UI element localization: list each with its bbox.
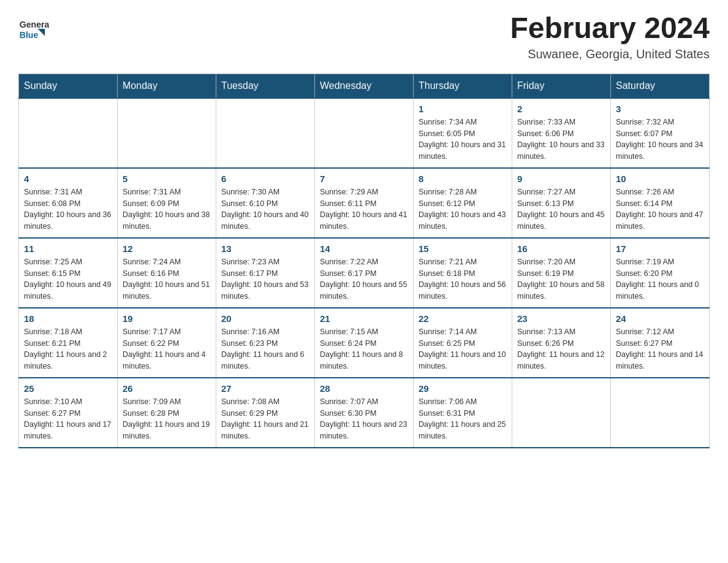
day-info: Sunrise: 7:18 AM Sunset: 6:21 PM Dayligh… [24, 326, 112, 372]
logo: General Blue [18, 12, 49, 43]
day-info: Sunrise: 7:15 AM Sunset: 6:24 PM Dayligh… [320, 326, 408, 372]
logo-icon: General Blue [18, 12, 49, 43]
day-number: 12 [123, 243, 211, 254]
calendar-day-cell: 18Sunrise: 7:18 AM Sunset: 6:21 PM Dayli… [19, 308, 118, 378]
calendar-day-cell: 6Sunrise: 7:30 AM Sunset: 6:10 PM Daylig… [216, 168, 315, 238]
calendar-table: SundayMondayTuesdayWednesdayThursdayFrid… [18, 74, 710, 448]
day-info: Sunrise: 7:28 AM Sunset: 6:12 PM Dayligh… [419, 186, 507, 232]
calendar-day-cell [315, 98, 414, 168]
day-info: Sunrise: 7:14 AM Sunset: 6:25 PM Dayligh… [419, 326, 507, 372]
calendar-day-cell: 10Sunrise: 7:26 AM Sunset: 6:14 PM Dayli… [611, 168, 710, 238]
day-number: 25 [24, 383, 112, 394]
day-info: Sunrise: 7:23 AM Sunset: 6:17 PM Dayligh… [221, 256, 309, 302]
day-of-week-header: Friday [512, 74, 611, 98]
calendar-day-cell: 8Sunrise: 7:28 AM Sunset: 6:12 PM Daylig… [414, 168, 512, 238]
day-of-week-header: Thursday [414, 74, 512, 98]
calendar-day-cell: 20Sunrise: 7:16 AM Sunset: 6:23 PM Dayli… [216, 308, 315, 378]
calendar-day-cell: 24Sunrise: 7:12 AM Sunset: 6:27 PM Dayli… [611, 308, 710, 378]
day-number: 6 [221, 174, 309, 184]
day-number: 14 [320, 243, 408, 254]
day-info: Sunrise: 7:09 AM Sunset: 6:28 PM Dayligh… [123, 396, 211, 442]
calendar-day-cell [611, 378, 710, 448]
day-of-week-header: Tuesday [216, 74, 315, 98]
calendar-day-cell: 23Sunrise: 7:13 AM Sunset: 6:26 PM Dayli… [512, 308, 611, 378]
day-number: 3 [616, 104, 704, 114]
calendar-day-cell: 14Sunrise: 7:22 AM Sunset: 6:17 PM Dayli… [315, 238, 414, 308]
day-number: 7 [320, 174, 408, 184]
calendar-week-row: 4Sunrise: 7:31 AM Sunset: 6:08 PM Daylig… [19, 168, 710, 238]
day-number: 20 [221, 313, 309, 324]
calendar-day-cell [216, 98, 315, 168]
day-info: Sunrise: 7:16 AM Sunset: 6:23 PM Dayligh… [221, 326, 309, 372]
day-number: 19 [123, 313, 211, 324]
day-number: 4 [24, 174, 112, 184]
calendar-day-cell [512, 378, 611, 448]
calendar-week-row: 18Sunrise: 7:18 AM Sunset: 6:21 PM Dayli… [19, 308, 710, 378]
calendar-week-row: 11Sunrise: 7:25 AM Sunset: 6:15 PM Dayli… [19, 238, 710, 308]
day-info: Sunrise: 7:25 AM Sunset: 6:15 PM Dayligh… [24, 256, 112, 302]
calendar-day-cell: 26Sunrise: 7:09 AM Sunset: 6:28 PM Dayli… [118, 378, 216, 448]
day-number: 5 [123, 174, 211, 184]
day-info: Sunrise: 7:19 AM Sunset: 6:20 PM Dayligh… [616, 256, 704, 302]
day-info: Sunrise: 7:31 AM Sunset: 6:08 PM Dayligh… [24, 186, 112, 232]
day-info: Sunrise: 7:21 AM Sunset: 6:18 PM Dayligh… [419, 256, 507, 302]
calendar-day-cell: 27Sunrise: 7:08 AM Sunset: 6:29 PM Dayli… [216, 378, 315, 448]
day-number: 28 [320, 383, 408, 394]
day-of-week-header: Saturday [611, 74, 710, 98]
day-number: 10 [616, 174, 704, 184]
calendar-day-cell: 21Sunrise: 7:15 AM Sunset: 6:24 PM Dayli… [315, 308, 414, 378]
day-info: Sunrise: 7:10 AM Sunset: 6:27 PM Dayligh… [24, 396, 112, 442]
svg-text:General: General [20, 20, 49, 29]
calendar-week-row: 25Sunrise: 7:10 AM Sunset: 6:27 PM Dayli… [19, 378, 710, 448]
calendar-day-cell: 3Sunrise: 7:32 AM Sunset: 6:07 PM Daylig… [611, 98, 710, 168]
day-number: 26 [123, 383, 211, 394]
calendar-day-cell: 1Sunrise: 7:34 AM Sunset: 6:05 PM Daylig… [414, 98, 512, 168]
day-number: 9 [517, 174, 605, 184]
calendar-day-cell: 15Sunrise: 7:21 AM Sunset: 6:18 PM Dayli… [414, 238, 512, 308]
calendar-day-cell: 2Sunrise: 7:33 AM Sunset: 6:06 PM Daylig… [512, 98, 611, 168]
day-info: Sunrise: 7:26 AM Sunset: 6:14 PM Dayligh… [616, 186, 704, 232]
calendar-day-cell: 28Sunrise: 7:07 AM Sunset: 6:30 PM Dayli… [315, 378, 414, 448]
calendar-day-cell: 29Sunrise: 7:06 AM Sunset: 6:31 PM Dayli… [414, 378, 512, 448]
calendar-day-cell: 25Sunrise: 7:10 AM Sunset: 6:27 PM Dayli… [19, 378, 118, 448]
calendar-day-cell: 17Sunrise: 7:19 AM Sunset: 6:20 PM Dayli… [611, 238, 710, 308]
day-info: Sunrise: 7:31 AM Sunset: 6:09 PM Dayligh… [123, 186, 211, 232]
day-number: 24 [616, 313, 704, 324]
calendar-day-cell: 13Sunrise: 7:23 AM Sunset: 6:17 PM Dayli… [216, 238, 315, 308]
day-info: Sunrise: 7:07 AM Sunset: 6:30 PM Dayligh… [320, 396, 408, 442]
calendar-header-row: SundayMondayTuesdayWednesdayThursdayFrid… [19, 74, 710, 98]
calendar-day-cell [118, 98, 216, 168]
day-number: 23 [517, 313, 605, 324]
page-header: General Blue February 2024 Suwanee, Geor… [18, 12, 710, 61]
day-info: Sunrise: 7:06 AM Sunset: 6:31 PM Dayligh… [419, 396, 507, 442]
day-of-week-header: Monday [118, 74, 216, 98]
calendar-day-cell: 16Sunrise: 7:20 AM Sunset: 6:19 PM Dayli… [512, 238, 611, 308]
svg-text:Blue: Blue [20, 30, 39, 40]
calendar-day-cell: 19Sunrise: 7:17 AM Sunset: 6:22 PM Dayli… [118, 308, 216, 378]
day-number: 29 [419, 383, 507, 394]
day-number: 13 [221, 243, 309, 254]
day-of-week-header: Wednesday [315, 74, 414, 98]
day-info: Sunrise: 7:34 AM Sunset: 6:05 PM Dayligh… [419, 117, 507, 163]
day-number: 17 [616, 243, 704, 254]
day-number: 15 [419, 243, 507, 254]
day-number: 21 [320, 313, 408, 324]
day-number: 27 [221, 383, 309, 394]
day-info: Sunrise: 7:13 AM Sunset: 6:26 PM Dayligh… [517, 326, 605, 372]
calendar-day-cell: 5Sunrise: 7:31 AM Sunset: 6:09 PM Daylig… [118, 168, 216, 238]
svg-marker-1 [38, 29, 45, 36]
day-info: Sunrise: 7:08 AM Sunset: 6:29 PM Dayligh… [221, 396, 309, 442]
calendar-day-cell: 9Sunrise: 7:27 AM Sunset: 6:13 PM Daylig… [512, 168, 611, 238]
day-number: 8 [419, 174, 507, 184]
calendar-day-cell: 7Sunrise: 7:29 AM Sunset: 6:11 PM Daylig… [315, 168, 414, 238]
day-info: Sunrise: 7:33 AM Sunset: 6:06 PM Dayligh… [517, 117, 605, 163]
day-number: 22 [419, 313, 507, 324]
day-info: Sunrise: 7:32 AM Sunset: 6:07 PM Dayligh… [616, 117, 704, 163]
day-number: 11 [24, 243, 112, 254]
day-info: Sunrise: 7:30 AM Sunset: 6:10 PM Dayligh… [221, 186, 309, 232]
day-info: Sunrise: 7:20 AM Sunset: 6:19 PM Dayligh… [517, 256, 605, 302]
calendar-day-cell: 12Sunrise: 7:24 AM Sunset: 6:16 PM Dayli… [118, 238, 216, 308]
day-info: Sunrise: 7:27 AM Sunset: 6:13 PM Dayligh… [517, 186, 605, 232]
calendar-day-cell: 11Sunrise: 7:25 AM Sunset: 6:15 PM Dayli… [19, 238, 118, 308]
day-number: 18 [24, 313, 112, 324]
